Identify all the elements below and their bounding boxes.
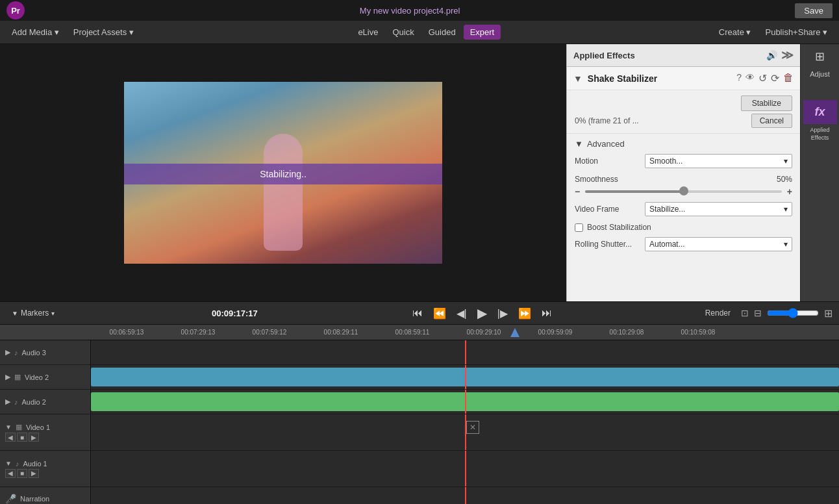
smoothness-row: Smoothness 50% − + xyxy=(575,175,792,197)
video2-label: Video 2 xyxy=(25,373,49,381)
track-video1: ▼ ▦ Video 1 ◀ ■ ▶ ✕ xyxy=(0,414,839,451)
advanced-section: ▼ Advanced Motion Smooth... ▾ Smoothness… xyxy=(567,134,800,263)
track-narration: 🎤 Narration xyxy=(0,487,839,504)
v1-ctrl-stop[interactable]: ■ xyxy=(17,433,27,442)
cancel-button[interactable]: Cancel xyxy=(751,114,792,128)
next-frame-btn[interactable]: ⏩ xyxy=(516,306,534,321)
menu-create[interactable]: Create ▾ xyxy=(712,25,758,40)
rolling-shutter-dropdown[interactable]: Automat... ▾ xyxy=(645,237,792,251)
video-frame-arrow: ▾ xyxy=(784,205,788,214)
panel-header-icons: 🔊 ≫ xyxy=(766,48,794,62)
timeline-controls: ▼ Markers ▾ 00:09:17:17 ⏮ ⏪ ◀| ▶ |▶ ⏩ ⏭ … xyxy=(0,301,839,325)
advanced-header[interactable]: ▼ Advanced xyxy=(575,139,792,149)
audio2-icon: ♪ xyxy=(14,398,18,406)
motion-dropdown[interactable]: Smooth... ▾ xyxy=(645,154,792,168)
markers-dropdown-arrow: ▾ xyxy=(51,310,55,317)
boost-label: Boost Stabilization xyxy=(587,223,651,232)
effect-collapse-arrow[interactable]: ▼ xyxy=(573,73,582,84)
track-narration-content[interactable] xyxy=(91,487,839,504)
video-frame-row: Video Frame Stabilize... ▾ xyxy=(575,202,792,216)
delete-icon[interactable]: 🗑 xyxy=(783,72,794,84)
project-title: My new video project4.prel xyxy=(360,6,460,16)
fx-button[interactable]: fx xyxy=(803,100,837,124)
audio1-label: Audio 1 xyxy=(23,460,47,468)
mic-icon: 🎤 xyxy=(5,494,16,504)
panel-expand-icon[interactable]: ≫ xyxy=(781,48,794,62)
render-icon-1[interactable]: ⊡ xyxy=(741,308,749,318)
progress-text: 0% (frame 21 of ... xyxy=(575,116,639,125)
video-frame-dropdown[interactable]: Stabilize... ▾ xyxy=(645,202,792,216)
logo: Pr xyxy=(6,1,25,19)
effect-row: ▼ Shake Stabilizer ? 👁 ↺ ⟳ 🗑 xyxy=(567,67,800,90)
slider-minus[interactable]: − xyxy=(575,186,580,197)
stabilize-button[interactable]: Stabilize xyxy=(741,95,792,111)
playhead xyxy=(465,365,466,389)
menu-guided[interactable]: Guided xyxy=(422,25,462,40)
play-track-btn[interactable]: ▶ xyxy=(5,348,10,357)
adjust-label[interactable]: Adjust xyxy=(803,66,837,82)
v1-ctrl-left[interactable]: ◀ xyxy=(5,433,16,442)
titlebar: Pr My new video project4.prel Save xyxy=(0,0,839,21)
step-fwd-btn[interactable]: |▶ xyxy=(495,306,510,321)
menu-publish-share[interactable]: Publish+Share ▾ xyxy=(758,25,834,40)
prev-frame-btn[interactable]: ⏪ xyxy=(431,306,449,321)
rolling-shutter-arrow: ▾ xyxy=(784,240,788,249)
skip-start-btn[interactable]: ⏮ xyxy=(410,306,425,320)
menu-add-media[interactable]: Add Media ▾ xyxy=(5,25,66,40)
a1-ctrl-left[interactable]: ◀ xyxy=(5,469,16,478)
help-icon[interactable]: ? xyxy=(736,72,742,84)
timeline: 00:06:59:13 00:07:29:13 00:07:59:12 00:0… xyxy=(0,325,839,504)
smoothness-value: 50% xyxy=(777,175,792,184)
stabilizing-overlay: Stabilizing.. xyxy=(124,164,442,184)
motion-label: Motion xyxy=(575,157,640,166)
render-btn[interactable]: Render xyxy=(700,307,736,319)
video-preview: Stabilizing.. xyxy=(124,82,442,264)
expand-video1-arrow[interactable]: ▼ xyxy=(5,423,12,431)
video-frame-label: Video Frame xyxy=(575,205,640,214)
rolling-shutter-row: Rolling Shutter... Automat... ▾ xyxy=(575,237,792,251)
play-audio2-btn[interactable]: ▶ xyxy=(5,397,10,406)
track-audio1-content[interactable] xyxy=(91,451,839,486)
playhead xyxy=(465,487,466,504)
a1-ctrl-right[interactable]: ▶ xyxy=(29,469,39,478)
motion-row: Motion Smooth... ▾ xyxy=(575,154,792,168)
rolling-shutter-label: Rolling Shutter... xyxy=(575,240,640,249)
zoom-slider[interactable] xyxy=(767,308,819,318)
boost-checkbox[interactable] xyxy=(575,223,583,232)
fullscreen-btn[interactable]: ⊞ xyxy=(824,307,833,320)
menu-project-assets[interactable]: Project Assets ▾ xyxy=(67,25,140,40)
save-button[interactable]: Save xyxy=(795,3,833,18)
reset-icon[interactable]: ↺ xyxy=(758,72,767,84)
track-audio3: ▶ ♪ Audio 3 xyxy=(0,340,839,365)
track-video2-content[interactable] xyxy=(91,365,839,389)
expand-audio1-arrow[interactable]: ▼ xyxy=(5,460,12,467)
v1-ctrl-right[interactable]: ▶ xyxy=(29,433,39,442)
markers-label: Markers xyxy=(21,309,49,318)
step-back-btn[interactable]: ◀| xyxy=(454,306,470,321)
panel-audio-icon[interactable]: 🔊 xyxy=(766,50,777,60)
skip-end-btn[interactable]: ⏭ xyxy=(539,306,555,320)
advanced-arrow: ▼ xyxy=(575,139,583,149)
track-audio2: ▶ ♪ Audio 2 xyxy=(0,390,839,414)
render-icon-2[interactable]: ⊟ xyxy=(754,308,762,318)
slider-plus[interactable]: + xyxy=(787,186,792,197)
smoothness-label: Smoothness xyxy=(575,175,618,184)
track-video1-content[interactable]: ✕ xyxy=(91,414,839,450)
track-audio2-content[interactable] xyxy=(91,390,839,414)
audio2-label: Audio 2 xyxy=(22,398,46,406)
play-video2-btn[interactable]: ▶ xyxy=(5,373,10,381)
menu-elive[interactable]: eLive xyxy=(351,25,384,40)
track-audio3-content[interactable] xyxy=(91,340,839,364)
menu-quick[interactable]: Quick xyxy=(386,25,420,40)
markers-btn[interactable]: ▼ Markers ▾ xyxy=(6,309,60,318)
refresh-icon[interactable]: ⟳ xyxy=(771,72,779,84)
visibility-icon[interactable]: 👁 xyxy=(745,72,755,84)
track-audio1: ▼ ♪ Audio 1 ◀ ■ ▶ xyxy=(0,451,839,487)
fx-label: AppliedEffects xyxy=(810,127,829,142)
track-label-audio3: ▶ ♪ Audio 3 xyxy=(0,340,91,364)
smoothness-slider[interactable] xyxy=(585,190,782,193)
menu-expert[interactable]: Expert xyxy=(464,25,501,40)
a1-ctrl-stop[interactable]: ■ xyxy=(17,469,27,478)
playhead xyxy=(465,451,466,486)
play-btn[interactable]: ▶ xyxy=(475,304,490,322)
